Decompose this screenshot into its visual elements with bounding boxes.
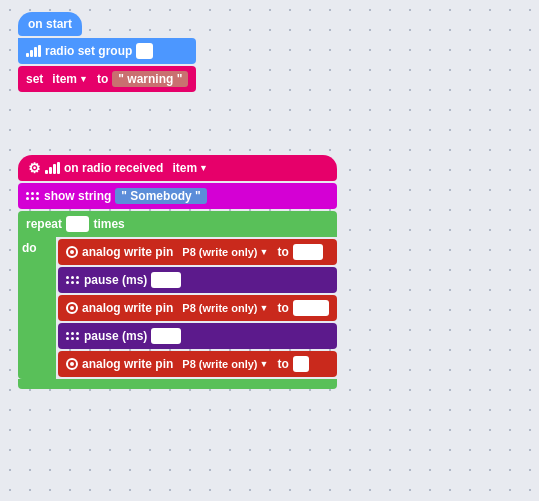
repeat-header[interactable]: repeat 10 times xyxy=(18,211,337,237)
repeat-block: repeat 10 times do analog write pin xyxy=(18,211,337,389)
analog-val1[interactable]: 172 xyxy=(293,244,323,260)
set-item-block[interactable]: set item ▼ to " warning " xyxy=(18,66,196,92)
radio-set-group-label: radio set group xyxy=(45,44,132,58)
chevron-pin2: ▼ xyxy=(260,303,269,313)
chevron-down-icon: ▼ xyxy=(79,74,88,84)
repeat-inner: analog write pin P8 (write only) ▼ to 17… xyxy=(56,237,337,379)
chevron-down-icon2: ▼ xyxy=(199,163,208,173)
on-radio-label: on radio received xyxy=(64,161,163,175)
to-label3: to xyxy=(277,357,288,371)
to-label2: to xyxy=(277,301,288,315)
do-spine: do xyxy=(18,237,56,379)
chevron-pin3: ▼ xyxy=(260,359,269,369)
signal-icon xyxy=(26,45,41,57)
analog-label1: analog write pin xyxy=(82,245,173,259)
analog-val2[interactable]: 1015 xyxy=(293,300,330,316)
analog-write-2[interactable]: analog write pin P8 (write only) ▼ to 10… xyxy=(58,295,337,321)
gear-icon[interactable]: ⚙ xyxy=(28,160,41,176)
pause-val2[interactable]: 200 xyxy=(151,328,181,344)
set-label: set xyxy=(26,72,43,86)
on-start-hat[interactable]: on start xyxy=(18,12,82,36)
analog-label2: analog write pin xyxy=(82,301,173,315)
analog-write-3[interactable]: analog write pin P8 (write only) ▼ to 0 xyxy=(58,351,337,377)
c-body: do analog write pin P8 (write only) ▼ to… xyxy=(18,237,337,379)
do-label: do xyxy=(22,241,37,255)
pause-val1[interactable]: 200 xyxy=(151,272,181,288)
grid-icon3 xyxy=(66,332,80,341)
show-string-label: show string xyxy=(44,189,111,203)
grid-icon xyxy=(26,192,40,201)
show-string-block[interactable]: show string " Somebody " xyxy=(18,183,337,209)
item-dropdown[interactable]: item ▼ xyxy=(47,71,93,87)
to-label: to xyxy=(97,72,108,86)
radio-set-group-block[interactable]: radio set group 1 xyxy=(18,38,196,64)
on-radio-hat[interactable]: ⚙ on radio received item ▼ xyxy=(18,155,337,181)
pause-1[interactable]: pause (ms) 200 xyxy=(58,267,337,293)
item-dropdown2[interactable]: item ▼ xyxy=(167,160,213,176)
target-icon1 xyxy=(66,246,78,258)
on-start-group: on start radio set group 1 set item ▼ to… xyxy=(18,12,196,92)
somebody-value[interactable]: " Somebody " xyxy=(115,188,206,204)
times-label: times xyxy=(93,217,124,231)
analog-write-1[interactable]: analog write pin P8 (write only) ▼ to 17… xyxy=(58,239,337,265)
pin-dropdown3[interactable]: P8 (write only) ▼ xyxy=(177,356,273,372)
repeat-bottom xyxy=(18,379,337,389)
grid-icon2 xyxy=(66,276,80,285)
target-icon3 xyxy=(66,358,78,370)
on-start-label: on start xyxy=(28,17,72,31)
on-radio-group: ⚙ on radio received item ▼ show string " xyxy=(18,155,337,389)
pause-label1: pause (ms) xyxy=(84,273,147,287)
chevron-pin1: ▼ xyxy=(260,247,269,257)
to-label1: to xyxy=(277,245,288,259)
pin-dropdown1[interactable]: P8 (write only) ▼ xyxy=(177,244,273,260)
warning-value[interactable]: " warning " xyxy=(112,71,188,87)
pin-dropdown2[interactable]: P8 (write only) ▼ xyxy=(177,300,273,316)
repeat-label: repeat xyxy=(26,217,62,231)
signal-icon2 xyxy=(45,162,60,174)
pause-label2: pause (ms) xyxy=(84,329,147,343)
radio-group-value[interactable]: 1 xyxy=(136,43,153,59)
repeat-times[interactable]: 10 xyxy=(66,216,89,232)
analog-label3: analog write pin xyxy=(82,357,173,371)
target-icon2 xyxy=(66,302,78,314)
pause-2[interactable]: pause (ms) 200 xyxy=(58,323,337,349)
analog-val3[interactable]: 0 xyxy=(293,356,310,372)
